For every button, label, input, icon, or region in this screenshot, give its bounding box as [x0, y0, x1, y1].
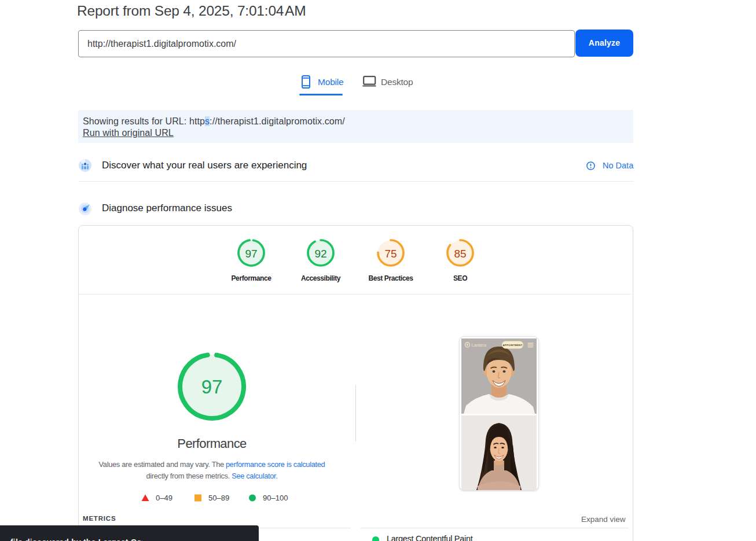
svg-text:92: 92	[314, 248, 326, 260]
svg-text:97: 97	[201, 376, 223, 398]
svg-text:97: 97	[245, 248, 257, 260]
svg-text:APPOINTMENT: APPOINTMENT	[502, 344, 522, 347]
svg-text:85: 85	[454, 248, 466, 260]
svg-text:75: 75	[384, 248, 397, 260]
svg-text:Lantera: Lantera	[472, 343, 487, 348]
